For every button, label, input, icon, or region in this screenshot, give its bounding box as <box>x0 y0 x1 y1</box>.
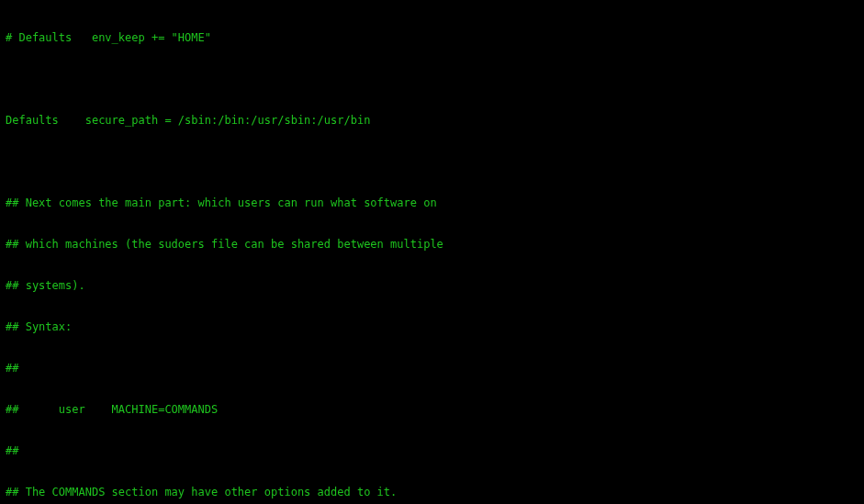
file-line: ## which machines (the sudoers file can … <box>6 238 858 252</box>
file-line: ## Syntax: <box>6 320 858 334</box>
file-line <box>6 155 858 169</box>
file-line: ## <box>6 444 858 458</box>
file-line: Defaults secure_path = /sbin:/bin:/usr/s… <box>6 114 858 128</box>
file-line: ## The COMMANDS section may have other o… <box>6 486 858 499</box>
file-line: ## systems). <box>6 279 858 293</box>
file-line <box>6 73 858 86</box>
file-line: ## user MACHINE=COMMANDS <box>6 403 858 417</box>
file-line: # Defaults env_keep += "HOME" <box>6 31 858 45</box>
file-line: ## Next comes the main part: which users… <box>6 196 858 210</box>
file-line: ## <box>6 362 858 375</box>
terminal-editor[interactable]: # Defaults env_keep += "HOME" Defaults s… <box>0 0 864 504</box>
